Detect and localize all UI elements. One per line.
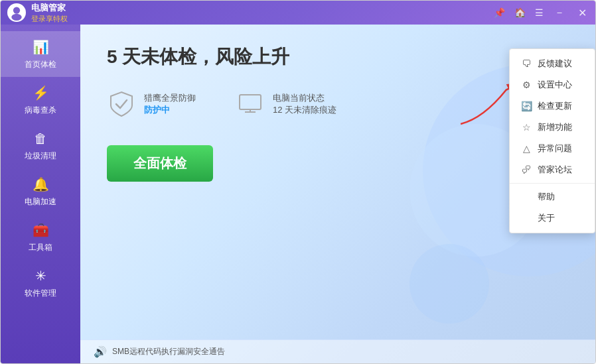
guard-icon bbox=[107, 90, 136, 119]
menu-item-feedback[interactable]: 🗨 反馈建议 bbox=[510, 53, 595, 74]
minimize-button[interactable]: － bbox=[553, 6, 566, 20]
forum-label: 管家论坛 bbox=[538, 164, 572, 176]
menu-item-newfeature[interactable]: ☆ 新增功能 bbox=[510, 117, 595, 138]
status-card-pc: 电脑当前状态 12 天未清除痕迹 bbox=[236, 90, 336, 119]
menu-item-forum[interactable]: 🗪 管家论坛 bbox=[510, 159, 595, 180]
virus-icon: ⚡ bbox=[31, 84, 50, 102]
sidebar-label-trash: 垃圾清理 bbox=[25, 151, 56, 162]
main-title: 5 天未体检，风险上升 bbox=[107, 44, 569, 70]
main-content: 📊 首页体检 ⚡ 病毒查杀 🗑 垃圾清理 🔔 电脑加速 🧰 工具箱 ✳ 软件 bbox=[1, 25, 595, 363]
sidebar-item-speed[interactable]: 🔔 电脑加速 bbox=[1, 168, 80, 214]
sidebar-label-toolbox: 工具箱 bbox=[29, 242, 52, 253]
menu-item-update[interactable]: 🔄 检查更新 bbox=[510, 95, 595, 117]
update-icon: 🔄 bbox=[520, 101, 532, 111]
feedback-label: 反馈建议 bbox=[538, 58, 572, 70]
title-bar-right: 📌 🏠 ☰ － ✕ bbox=[494, 6, 589, 20]
sidebar-item-toolbox[interactable]: 🧰 工具箱 bbox=[1, 214, 80, 260]
menu-item-settings[interactable]: ⚙ 设置中心 bbox=[510, 74, 595, 95]
trash-icon: 🗑 bbox=[31, 129, 50, 148]
settings-icon: ⚙ bbox=[520, 80, 532, 90]
status-card-pc-info: 电脑当前状态 12 天未清除痕迹 bbox=[273, 92, 336, 116]
settings-label: 设置中心 bbox=[538, 79, 572, 91]
title-bar-info: 电脑管家 登录享特权 bbox=[31, 2, 68, 24]
skin-icon[interactable]: 🏠 bbox=[514, 7, 526, 18]
content-area: 5 天未体检，风险上升 猎鹰全景防御 防护中 bbox=[80, 25, 595, 363]
close-button[interactable]: ✕ bbox=[575, 7, 589, 19]
pc-subtitle: 12 天未清除痕迹 bbox=[273, 104, 336, 116]
title-bar: 电脑管家 登录享特权 📌 🏠 ☰ － ✕ bbox=[1, 1, 595, 25]
menu-divider bbox=[510, 183, 595, 184]
guard-subtitle: 防护中 bbox=[144, 104, 196, 116]
sidebar-label-home: 首页体检 bbox=[25, 59, 56, 70]
svg-point-0 bbox=[13, 7, 20, 13]
pin-icon[interactable]: 📌 bbox=[494, 7, 505, 18]
menu-icon[interactable]: ☰ bbox=[535, 7, 544, 18]
issues-label: 异常问题 bbox=[538, 143, 572, 154]
app-name: 电脑管家 bbox=[31, 2, 68, 14]
svg-rect-2 bbox=[240, 95, 261, 109]
sidebar: 📊 首页体检 ⚡ 病毒查杀 🗑 垃圾清理 🔔 电脑加速 🧰 工具箱 ✳ 软件 bbox=[1, 25, 80, 363]
sidebar-label-virus: 病毒查杀 bbox=[25, 105, 56, 116]
sidebar-item-trash[interactable]: 🗑 垃圾清理 bbox=[1, 123, 80, 168]
svg-point-1 bbox=[11, 14, 21, 21]
sidebar-item-virus[interactable]: ⚡ 病毒查杀 bbox=[1, 77, 80, 123]
sidebar-label-speed: 电脑加速 bbox=[25, 196, 56, 208]
star-icon: ☆ bbox=[520, 122, 532, 133]
pc-title: 电脑当前状态 bbox=[273, 92, 336, 104]
newfeature-label: 新增功能 bbox=[538, 121, 572, 133]
menu-item-issues[interactable]: △ 异常问题 bbox=[510, 138, 595, 159]
title-bar-left: 电脑管家 登录享特权 bbox=[7, 2, 68, 24]
software-icon: ✳ bbox=[31, 267, 50, 285]
pc-icon bbox=[236, 90, 265, 119]
status-card-guard-info: 猎鹰全景防御 防护中 bbox=[144, 92, 196, 116]
warning-icon: △ bbox=[520, 143, 532, 154]
app-avatar bbox=[7, 3, 26, 22]
home-icon: 📊 bbox=[31, 38, 50, 56]
update-label: 检查更新 bbox=[538, 100, 572, 112]
sidebar-label-software: 软件管理 bbox=[25, 288, 56, 299]
guard-title: 猎鹰全景防御 bbox=[144, 92, 196, 104]
toolbox-icon: 🧰 bbox=[31, 221, 50, 239]
feedback-icon: 🗨 bbox=[520, 58, 532, 69]
sidebar-item-home[interactable]: 📊 首页体检 bbox=[1, 31, 80, 77]
menu-item-about[interactable]: 关于 bbox=[510, 208, 595, 229]
dropdown-menu: 🗨 反馈建议 ⚙ 设置中心 🔄 检查更新 ☆ 新增功能 △ 异常问题 bbox=[509, 48, 595, 233]
login-label[interactable]: 登录享特权 bbox=[31, 14, 68, 24]
sidebar-item-software[interactable]: ✳ 软件管理 bbox=[1, 260, 80, 306]
status-card-guard: 猎鹰全景防御 防护中 bbox=[107, 90, 196, 119]
check-button[interactable]: 全面体检 bbox=[107, 145, 213, 182]
menu-item-help[interactable]: 帮助 bbox=[510, 186, 595, 208]
forum-icon: 🗪 bbox=[520, 164, 532, 175]
speed-icon: 🔔 bbox=[31, 175, 50, 194]
app-window: 电脑管家 登录享特权 📌 🏠 ☰ － ✕ 📊 首页体检 ⚡ 病毒查杀 🗑 bbox=[0, 0, 596, 364]
